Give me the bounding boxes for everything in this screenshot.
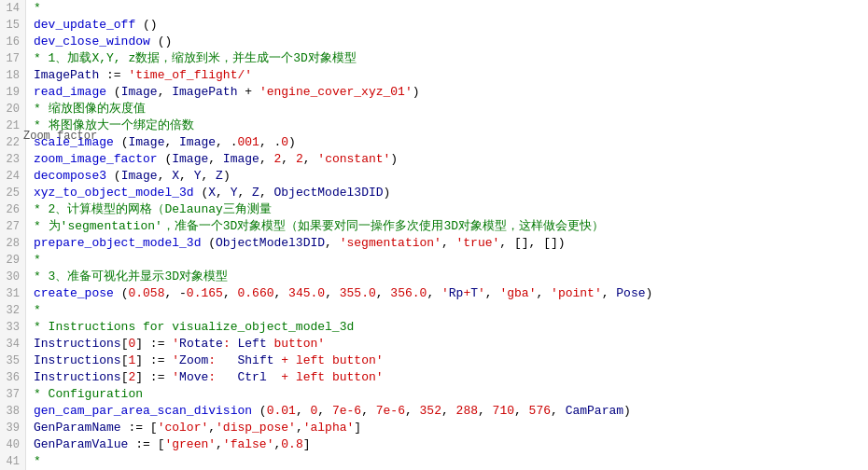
table-row: 41* (0, 453, 868, 470)
line-number: 41 (0, 453, 26, 470)
table-row: 25xyz_to_object_model_3d (X, Y, Z, Objec… (0, 185, 868, 201)
line-number: 36 (0, 369, 26, 386)
table-row: 39GenParamName := ['color','disp_pose','… (0, 420, 868, 436)
line-content: * 3、准备可视化并显示3D对象模型 (34, 269, 228, 285)
line-number: 22 (0, 134, 26, 151)
table-row: 14* (0, 0, 868, 17)
table-row: 22scale_image (Image, Image, .001, .0) (0, 134, 868, 151)
line-content: create_pose (0.058, -0.165, 0.660, 345.0… (34, 285, 652, 302)
line-content: ImagePath := 'time_of_flight/' (34, 67, 252, 84)
table-row: 16dev_close_window () (0, 34, 868, 50)
line-content: * 缩放图像的灰度值 (34, 101, 146, 118)
table-row: 18ImagePath := 'time_of_flight/' (0, 67, 868, 84)
code-lines: 14*15dev_update_off ()16dev_close_window… (0, 0, 868, 470)
line-content: * 1、加载X,Y, z数据，缩放到米，并生成一个3D对象模型 (34, 50, 357, 67)
line-content: dev_close_window () (34, 34, 172, 50)
code-editor: 14*15dev_update_off ()16dev_close_window… (0, 0, 868, 470)
line-content: dev_update_off () (34, 17, 158, 34)
line-content: Instructions[2] := 'Move: Ctrl + left bu… (34, 369, 384, 386)
line-number: 38 (0, 403, 26, 420)
line-number: 24 (0, 168, 26, 185)
line-content: * (34, 302, 41, 319)
line-content: Instructions[0] := 'Rotate: Left button' (34, 336, 325, 352)
line-content: * Instructions for visualize_object_mode… (34, 319, 354, 336)
table-row: 34Instructions[0] := 'Rotate: Left butto… (0, 336, 868, 352)
line-content: decompose3 (Image, X, Y, Z) (34, 168, 231, 185)
table-row: 19read_image (Image, ImagePath + 'engine… (0, 84, 868, 101)
line-number: 20 (0, 101, 26, 118)
zoom-factor-label: Zoom factor (23, 130, 97, 143)
line-number: 19 (0, 84, 26, 101)
line-number: 21 (0, 118, 26, 134)
table-row: 21* 将图像放大一个绑定的倍数 (0, 118, 868, 134)
line-number: 25 (0, 185, 26, 201)
line-number: 35 (0, 352, 26, 369)
table-row: 30* 3、准备可视化并显示3D对象模型 (0, 269, 868, 285)
line-content: xyz_to_object_model_3d (X, Y, Z, ObjectM… (34, 185, 390, 201)
line-number: 17 (0, 50, 26, 67)
table-row: 24decompose3 (Image, X, Y, Z) (0, 168, 868, 185)
line-content: * 2、计算模型的网格（Delaunay三角测量 (34, 201, 272, 218)
line-number: 15 (0, 17, 26, 34)
table-row: 37* Configuration (0, 386, 868, 403)
table-row: 38gen_cam_par_area_scan_division (0.01, … (0, 403, 868, 420)
line-number: 30 (0, 269, 26, 285)
line-content: GenParamValue := ['green','false',0.8] (34, 436, 311, 453)
table-row: 29* (0, 252, 868, 269)
table-row: 20* 缩放图像的灰度值 (0, 101, 868, 118)
line-number: 28 (0, 235, 26, 252)
table-row: 15dev_update_off () (0, 17, 868, 34)
line-number: 37 (0, 386, 26, 403)
line-number: 34 (0, 336, 26, 352)
table-row: 17* 1、加载X,Y, z数据，缩放到米，并生成一个3D对象模型 (0, 50, 868, 67)
line-number: 31 (0, 285, 26, 302)
table-row: 31create_pose (0.058, -0.165, 0.660, 345… (0, 285, 868, 302)
line-content: GenParamName := ['color','disp_pose','al… (34, 420, 361, 436)
line-number: 29 (0, 252, 26, 269)
line-number: 32 (0, 302, 26, 319)
line-content: * 为'segmentation'，准备一个3D对象模型（如果要对同一操作多次使… (34, 218, 604, 235)
line-number: 27 (0, 218, 26, 235)
line-content: * Configuration (34, 386, 143, 403)
table-row: 36Instructions[2] := 'Move: Ctrl + left … (0, 369, 868, 386)
line-content: * (34, 0, 41, 17)
table-row: 28prepare_object_model_3d (ObjectModel3D… (0, 235, 868, 252)
line-content: read_image (Image, ImagePath + 'engine_c… (34, 84, 420, 101)
table-row: 26* 2、计算模型的网格（Delaunay三角测量 (0, 201, 868, 218)
table-row: 40GenParamValue := ['green','false',0.8] (0, 436, 868, 453)
line-number: 14 (0, 0, 26, 17)
line-number: 18 (0, 67, 26, 84)
line-content: Instructions[1] := 'Zoom: Shift + left b… (34, 352, 384, 369)
table-row: 35Instructions[1] := 'Zoom: Shift + left… (0, 352, 868, 369)
table-row: 27* 为'segmentation'，准备一个3D对象模型（如果要对同一操作多… (0, 218, 868, 235)
line-content: * (34, 252, 41, 269)
line-number: 16 (0, 34, 26, 50)
line-number: 23 (0, 151, 26, 168)
line-number: 40 (0, 436, 26, 453)
table-row: 23zoom_image_factor (Image, Image, 2, 2,… (0, 151, 868, 168)
table-row: 33* Instructions for visualize_object_mo… (0, 319, 868, 336)
line-content: zoom_image_factor (Image, Image, 2, 2, '… (34, 151, 398, 168)
line-number: 39 (0, 420, 26, 436)
line-content: * (34, 453, 41, 470)
line-number: 26 (0, 201, 26, 218)
line-number: 33 (0, 319, 26, 336)
table-row: 32* (0, 302, 868, 319)
line-content: gen_cam_par_area_scan_division (0.01, 0,… (34, 403, 631, 420)
line-content: prepare_object_model_3d (ObjectModel3DID… (34, 235, 566, 252)
